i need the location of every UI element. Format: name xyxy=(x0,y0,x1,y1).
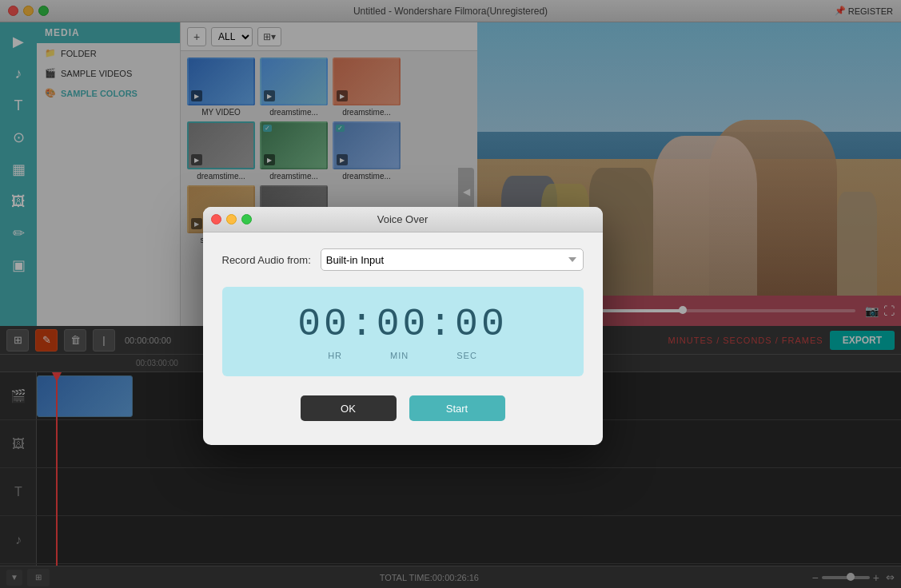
ok-button[interactable]: OK xyxy=(301,395,397,421)
timer-value: 00:00:00 xyxy=(297,303,507,346)
dialog-body: Record Audio from: Built-in Input 00:00:… xyxy=(203,232,603,445)
dialog-close-button[interactable] xyxy=(211,214,221,224)
dialog-buttons: OK Start xyxy=(222,395,584,429)
timer-min-label: MIN xyxy=(390,351,409,360)
timer-hr-label: HR xyxy=(328,351,342,360)
timer-display: 00:00:00 HR MIN SEC xyxy=(222,287,584,376)
dialog-maximize-button[interactable] xyxy=(241,214,252,224)
dialog-window-controls xyxy=(211,214,252,224)
start-button[interactable]: Start xyxy=(409,395,505,421)
modal-overlay: Voice Over Record Audio from: Built-in I… xyxy=(0,0,901,588)
dialog-title: Voice Over xyxy=(377,213,429,225)
timer-labels: HR MIN SEC xyxy=(328,351,477,360)
record-from-select[interactable]: Built-in Input xyxy=(321,248,584,271)
timer-sec-label: SEC xyxy=(456,351,477,360)
dialog-minimize-button[interactable] xyxy=(226,214,237,224)
record-from-label: Record Audio from: xyxy=(222,254,311,266)
dialog-titlebar: Voice Over xyxy=(203,207,603,232)
record-from-row: Record Audio from: Built-in Input xyxy=(222,248,584,271)
voice-over-dialog: Voice Over Record Audio from: Built-in I… xyxy=(203,207,603,445)
